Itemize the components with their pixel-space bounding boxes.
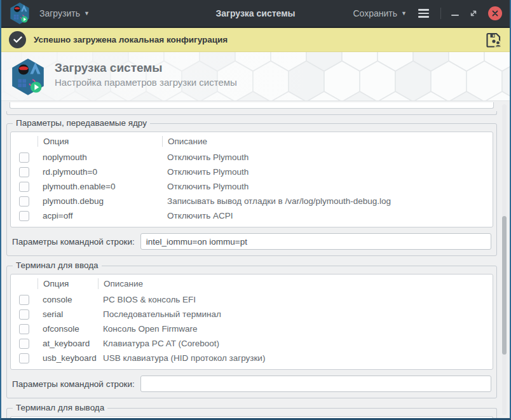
page-header: Загрузка системы Настройка параметров за…	[1, 52, 510, 101]
option-cell: ofconsole	[37, 324, 98, 334]
module-logo	[10, 58, 46, 96]
option-cell: acpi=off	[37, 211, 162, 220]
option-cell: at_keyboard	[37, 339, 98, 348]
section-legend: Терминал для вывода	[13, 403, 107, 412]
close-button[interactable]	[488, 6, 502, 20]
cmdline-input[interactable]	[140, 376, 491, 392]
titlebar-separator	[440, 8, 441, 19]
chevron-down-icon: ▼	[401, 10, 407, 17]
load-button[interactable]: Загрузить ▼	[39, 8, 90, 18]
description-cell: PC BIOS & консоль EFI	[98, 295, 493, 304]
window-title: Загрузка системы	[216, 8, 296, 18]
scrollbar-thumb[interactable]	[502, 216, 507, 355]
checkbox[interactable]	[19, 295, 29, 305]
description-cell: Клавиатура PC AT (Coreboot)	[98, 339, 493, 348]
terminal-input-table: Опция Описание console PC BIOS & консоль…	[10, 274, 493, 370]
option-cell: serial	[37, 309, 98, 319]
checkbox[interactable]	[19, 324, 29, 334]
column-header-option[interactable]: Опция	[37, 136, 162, 147]
kernel-params-table: Опция Описание noplymouth Отключить Plym…	[10, 132, 493, 227]
table-row[interactable]: ofconsole Консоль Open Firmware	[11, 322, 493, 336]
cmdline-input[interactable]	[140, 233, 491, 250]
description-cell: Записывать вывод отладки в /var/log/plym…	[162, 196, 493, 206]
load-button-label: Загрузить	[39, 8, 80, 18]
table-row[interactable]: serial Последовательный терминал	[11, 307, 493, 322]
checkbox[interactable]	[19, 353, 29, 363]
section-terminal-input: Терминал для ввода Опция Описание consol…	[6, 266, 497, 398]
table-header: Опция Описание	[11, 132, 493, 150]
table-row[interactable]: plymouth.enable=0 Отключить Plymouth	[11, 179, 493, 194]
table-row[interactable]: acpi=off Отключить ACPI	[11, 208, 493, 223]
previous-section-remnant	[6, 102, 497, 115]
column-header-option[interactable]: Опция	[37, 278, 98, 289]
scroll-area: Параметры, передаваемые ядру Опция Описа…	[1, 101, 510, 418]
table-header: Опция Описание	[11, 417, 493, 418]
notification-bar: Успешно загружена локальная конфигурация	[1, 28, 510, 52]
section-legend: Параметры, передаваемые ядру	[13, 118, 150, 128]
option-cell: rd.plymouth=0	[37, 167, 162, 177]
success-check-icon	[9, 31, 26, 48]
cmdline-label: Параметры командной строки:	[12, 237, 135, 247]
table-row[interactable]: noplymouth Отключить Plymouth	[11, 150, 493, 165]
checkbox[interactable]	[19, 211, 29, 221]
chevron-down-icon: ▼	[84, 10, 90, 17]
checkbox[interactable]	[19, 309, 29, 320]
description-cell: Отключить Plymouth	[162, 182, 493, 191]
description-cell: Отключить ACPI	[162, 211, 493, 220]
checkbox[interactable]	[19, 167, 29, 177]
table-row[interactable]: plymouth.debug Записывать вывод отладки …	[11, 194, 493, 208]
column-header-description[interactable]: Описание	[162, 136, 493, 147]
description-cell: Отключить Plymouth	[162, 152, 493, 162]
option-cell: console	[37, 295, 98, 304]
table-row[interactable]: rd.plymouth=0 Отключить Plymouth	[11, 165, 493, 179]
cmdline-label: Параметры командной строки:	[12, 379, 135, 389]
save-button-label: Сохранить	[353, 8, 398, 18]
option-cell: plymouth.debug	[37, 196, 162, 206]
option-cell: usb_keyboard	[37, 353, 98, 363]
checkbox[interactable]	[19, 152, 29, 163]
description-cell: Консоль Open Firmware	[98, 324, 493, 334]
table-row[interactable]: console PC BIOS & консоль EFI	[11, 292, 493, 307]
option-cell: plymouth.enable=0	[37, 182, 162, 191]
page-subtitle: Настройка параметров загрузки системы	[55, 76, 237, 89]
section-kernel-params: Параметры, передаваемые ядру Опция Описа…	[6, 123, 497, 256]
description-cell: USB клавиатура (HID протокол загрузки)	[98, 353, 493, 363]
notification-text: Успешно загружена локальная конфигурация	[34, 35, 228, 44]
checkbox[interactable]	[19, 339, 29, 349]
checkbox[interactable]	[19, 182, 29, 192]
section-legend: Терминал для ввода	[13, 261, 102, 270]
table-header: Опция Описание	[11, 274, 493, 292]
close-icon	[492, 10, 498, 17]
app-logo-icon	[9, 2, 31, 25]
save-config-icon	[486, 32, 502, 48]
titlebar: Загрузить ▼ Загрузка системы Сохранить ▼	[1, 0, 510, 28]
minimize-button[interactable]	[451, 15, 459, 16]
apply-config-button[interactable]	[486, 32, 502, 48]
menu-icon[interactable]	[417, 8, 430, 19]
table-row[interactable]: at_keyboard Клавиатура PC AT (Coreboot)	[11, 336, 493, 351]
option-cell: noplymouth	[37, 152, 162, 162]
app-window: Загрузить ▼ Загрузка системы Сохранить ▼	[0, 0, 511, 420]
description-cell: Последовательный терминал	[98, 309, 493, 319]
description-cell: Отключить Plymouth	[162, 167, 493, 177]
table-row[interactable]: usb_keyboard USB клавиатура (HID протоко…	[11, 351, 493, 365]
checkbox[interactable]	[19, 196, 29, 207]
column-header-description[interactable]: Описание	[98, 278, 493, 289]
terminal-output-table: Опция Описание console PC BIOS & консоль…	[10, 416, 493, 418]
restore-button[interactable]	[469, 9, 478, 18]
section-terminal-output: Терминал для вывода Опция Описание conso…	[6, 408, 497, 418]
page-title: Загрузка системы	[55, 60, 237, 76]
save-button[interactable]: Сохранить ▼	[353, 8, 407, 18]
